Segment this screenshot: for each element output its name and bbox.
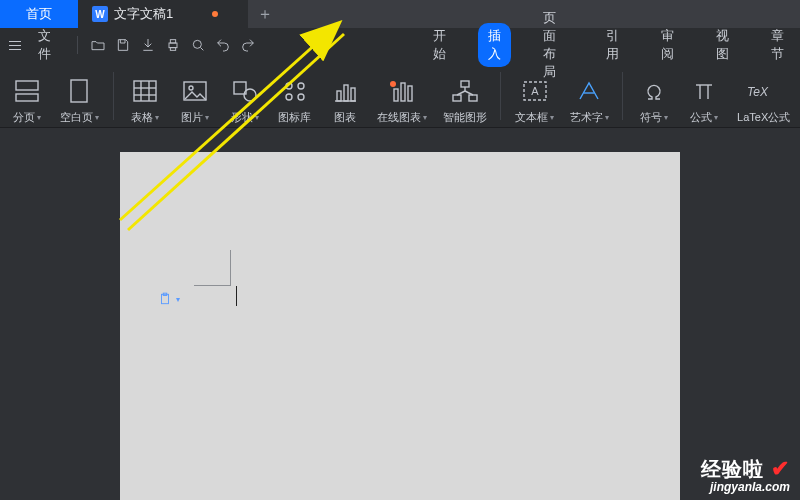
text-box-button[interactable]: A 文本框▾ — [509, 65, 560, 127]
caret-down-icon: ▾ — [37, 113, 41, 122]
text-cursor — [236, 286, 237, 306]
svg-rect-22 — [344, 85, 348, 101]
blank-page-icon — [68, 76, 90, 106]
latex-icon: TeX — [747, 76, 781, 106]
icon-library-icon — [282, 76, 308, 106]
smart-art-icon — [451, 76, 479, 106]
omega-icon — [642, 76, 666, 106]
shapes-button[interactable]: 形状▾ — [222, 65, 268, 127]
chart-icon — [332, 76, 358, 106]
undo-icon[interactable] — [214, 34, 231, 56]
svg-rect-26 — [408, 86, 412, 101]
svg-rect-5 — [16, 94, 38, 101]
blank-page-button[interactable]: 空白页▾ — [54, 65, 105, 127]
svg-rect-7 — [134, 81, 156, 101]
workspace: ▾ — [0, 128, 800, 500]
svg-point-15 — [244, 89, 256, 101]
tab-review-label: 审阅 — [661, 28, 674, 61]
paste-options-button[interactable]: ▾ — [158, 292, 180, 306]
table-button[interactable]: 表格▾ — [122, 65, 168, 127]
svg-rect-21 — [337, 91, 341, 101]
svg-rect-29 — [453, 95, 461, 101]
open-folder-icon[interactable] — [89, 34, 106, 56]
caret-down-icon: ▾ — [95, 113, 99, 122]
symbol-button[interactable]: 符号▾ — [631, 65, 677, 127]
unsaved-dot-icon — [212, 11, 218, 17]
svg-rect-2 — [170, 48, 175, 51]
separator — [77, 36, 78, 54]
tab-chapter-label: 章节 — [771, 28, 784, 61]
svg-point-18 — [286, 94, 292, 100]
svg-rect-23 — [351, 88, 355, 101]
file-menu[interactable]: 文件 — [32, 27, 64, 63]
caret-down-icon: ▾ — [255, 113, 259, 122]
caret-down-icon: ▾ — [550, 113, 554, 122]
shapes-label: 形状 — [231, 110, 253, 125]
picture-icon — [182, 76, 208, 106]
online-chart-label: 在线图表 — [377, 110, 421, 125]
chart-label: 图表 — [334, 110, 356, 125]
ribbon-separator — [500, 72, 501, 120]
document-page[interactable]: ▾ — [120, 152, 680, 500]
svg-rect-25 — [401, 83, 405, 101]
caret-down-icon: ▾ — [176, 295, 180, 304]
picture-button[interactable]: 图片▾ — [172, 65, 218, 127]
tab-view[interactable]: 视图 — [706, 23, 739, 67]
pi-icon — [692, 76, 716, 106]
tab-references-label: 引用 — [606, 28, 619, 61]
smart-art-button[interactable]: 智能图形 — [437, 65, 492, 127]
svg-rect-1 — [170, 40, 175, 43]
save-icon[interactable] — [114, 34, 131, 56]
svg-rect-4 — [16, 81, 38, 90]
icon-library-button[interactable]: 图标库 — [272, 65, 318, 127]
ribbon-separator — [622, 72, 623, 120]
tab-document-label: 文字文稿1 — [114, 5, 173, 23]
equation-button[interactable]: 公式▾ — [681, 65, 727, 127]
svg-point-27 — [390, 81, 396, 87]
caret-down-icon: ▾ — [664, 113, 668, 122]
latex-button[interactable]: TeX LaTeX公式 — [731, 65, 796, 127]
picture-label: 图片 — [181, 110, 203, 125]
redo-icon[interactable] — [239, 34, 256, 56]
tab-references[interactable]: 引用 — [596, 23, 629, 67]
tab-review[interactable]: 审阅 — [651, 23, 684, 67]
word-art-button[interactable]: 艺术字▾ — [564, 65, 615, 127]
svg-rect-28 — [461, 81, 469, 87]
symbol-label: 符号 — [640, 110, 662, 125]
print-preview-icon[interactable] — [189, 34, 206, 56]
tab-home[interactable]: 首页 — [0, 0, 78, 28]
export-icon[interactable] — [139, 34, 156, 56]
svg-text:TeX: TeX — [747, 85, 769, 99]
svg-rect-6 — [71, 80, 87, 102]
print-icon[interactable] — [164, 34, 181, 56]
table-icon — [132, 76, 158, 106]
tab-insert[interactable]: 插入 — [478, 23, 511, 67]
svg-point-17 — [298, 83, 304, 89]
tab-start[interactable]: 开始 — [423, 23, 456, 67]
online-chart-button[interactable]: 在线图表▾ — [372, 65, 433, 127]
tab-insert-label: 插入 — [488, 28, 501, 61]
watermark-text: 经验啦 — [701, 458, 764, 480]
word-art-icon — [576, 76, 602, 106]
svg-text:A: A — [531, 85, 539, 97]
svg-point-13 — [189, 86, 193, 90]
new-tab-button[interactable]: ＋ — [248, 0, 282, 28]
hamburger-menu-icon[interactable] — [6, 34, 24, 56]
file-menu-label: 文件 — [38, 28, 51, 61]
icon-library-label: 图标库 — [278, 110, 311, 125]
tab-view-label: 视图 — [716, 28, 729, 61]
caret-down-icon: ▾ — [205, 113, 209, 122]
page-break-button[interactable]: 分页▾ — [4, 65, 50, 127]
tab-chapter[interactable]: 章节 — [761, 23, 794, 67]
text-box-label: 文本框 — [515, 110, 548, 125]
text-box-icon: A — [522, 76, 548, 106]
svg-point-3 — [193, 40, 201, 48]
caret-down-icon: ▾ — [714, 113, 718, 122]
margin-guide-vertical — [230, 250, 231, 286]
chart-button[interactable]: 图表 — [322, 65, 368, 127]
tab-document[interactable]: W 文字文稿1 — [78, 0, 248, 28]
document-icon: W — [92, 6, 108, 22]
watermark: 经验啦 ✔ jingyanla.com — [701, 457, 790, 494]
caret-down-icon: ▾ — [155, 113, 159, 122]
svg-rect-24 — [394, 89, 398, 101]
